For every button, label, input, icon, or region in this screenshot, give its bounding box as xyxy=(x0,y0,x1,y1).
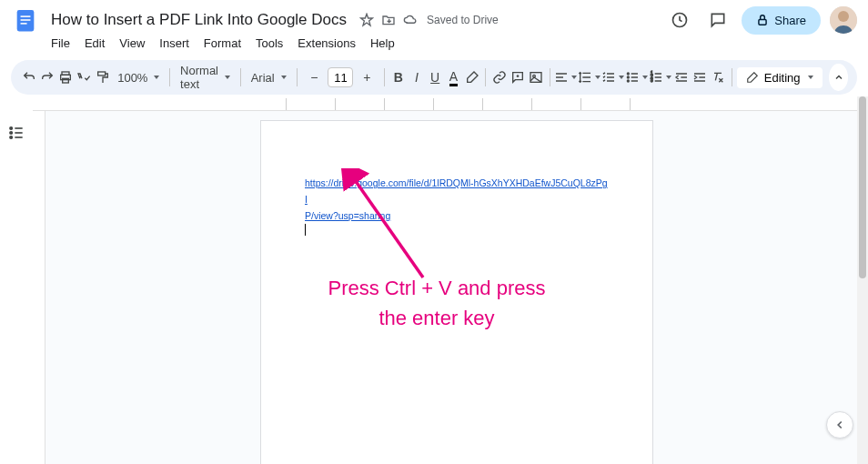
svg-text:3: 3 xyxy=(651,78,653,83)
menu-edit[interactable]: Edit xyxy=(77,35,112,56)
menu-file[interactable]: File xyxy=(44,35,77,56)
paint-format-button[interactable] xyxy=(94,65,111,90)
svg-rect-3 xyxy=(21,23,27,25)
redo-button[interactable] xyxy=(38,65,56,90)
underline-button[interactable]: U xyxy=(427,65,444,90)
svg-point-7 xyxy=(838,11,849,22)
horizontal-ruler[interactable] xyxy=(33,98,868,111)
clear-formatting-button[interactable] xyxy=(710,65,727,90)
svg-point-16 xyxy=(628,80,630,82)
font-dropdown[interactable]: Arial xyxy=(246,65,292,90)
line-spacing-button[interactable] xyxy=(578,65,601,90)
align-button[interactable] xyxy=(554,65,577,90)
zoom-dropdown[interactable]: 100% xyxy=(112,65,165,90)
menu-format[interactable]: Format xyxy=(197,35,248,56)
pasted-link[interactable]: https://drive.google.com/file/d/1lRDQMl-… xyxy=(305,177,608,221)
insert-link-button[interactable] xyxy=(490,65,508,90)
share-label: Share xyxy=(774,14,806,27)
vertical-scrollbar[interactable] xyxy=(857,96,868,464)
checklist-button[interactable] xyxy=(601,65,624,90)
toolbar: 100% Normal text Arial − + B I U A 123 E… xyxy=(11,60,857,95)
undo-button[interactable] xyxy=(20,65,37,90)
bulleted-list-button[interactable] xyxy=(625,65,648,90)
save-status: Saved to Drive xyxy=(427,14,499,26)
svg-point-15 xyxy=(628,76,630,78)
move-folder-icon[interactable] xyxy=(381,13,396,27)
document-canvas[interactable]: https://drive.google.com/file/d/1lRDQMl-… xyxy=(45,111,868,464)
bold-button[interactable]: B xyxy=(389,65,407,90)
menubar: File Edit View Insert Format Tools Exten… xyxy=(0,35,868,56)
share-button[interactable]: Share xyxy=(742,6,821,35)
comments-icon[interactable] xyxy=(703,5,732,35)
highlight-button[interactable] xyxy=(463,65,480,90)
insert-image-button[interactable] xyxy=(527,65,544,90)
vertical-ruler[interactable] xyxy=(33,111,45,464)
font-size-increase[interactable]: + xyxy=(354,65,379,90)
font-size-decrease[interactable]: − xyxy=(301,65,327,90)
account-avatar[interactable] xyxy=(830,6,857,34)
menu-insert[interactable]: Insert xyxy=(152,35,197,56)
cloud-saved-icon[interactable] xyxy=(403,13,418,27)
explore-button[interactable] xyxy=(826,411,853,439)
editing-mode-button[interactable]: Editing xyxy=(737,67,823,88)
docs-logo[interactable] xyxy=(11,5,40,35)
svg-point-14 xyxy=(628,73,630,75)
indent-increase-button[interactable] xyxy=(691,65,709,90)
svg-rect-5 xyxy=(759,19,766,25)
menu-extensions[interactable]: Extensions xyxy=(290,35,363,56)
spellcheck-button[interactable] xyxy=(76,65,93,90)
menu-help[interactable]: Help xyxy=(363,35,402,56)
text-cursor xyxy=(305,224,306,236)
svg-rect-11 xyxy=(97,72,105,76)
svg-rect-2 xyxy=(21,19,31,21)
italic-button[interactable]: I xyxy=(408,65,425,90)
star-icon[interactable] xyxy=(359,13,374,27)
text-color-button[interactable]: A xyxy=(445,65,462,90)
menu-view[interactable]: View xyxy=(112,35,152,56)
collapse-toolbar-button[interactable] xyxy=(829,64,848,91)
add-comment-button[interactable] xyxy=(509,65,526,90)
scrollbar-thumb[interactable] xyxy=(859,96,866,278)
svg-point-21 xyxy=(10,132,12,135)
indent-decrease-button[interactable] xyxy=(672,65,690,90)
font-size-input[interactable] xyxy=(328,67,353,87)
style-dropdown[interactable]: Normal text xyxy=(175,65,236,90)
svg-rect-1 xyxy=(21,15,31,17)
print-button[interactable] xyxy=(56,65,74,90)
outline-toggle-button[interactable] xyxy=(4,120,29,146)
numbered-list-button[interactable]: 123 xyxy=(649,65,671,90)
document-title[interactable]: How to Insert a PDF Link Into Google Doc… xyxy=(45,10,352,30)
svg-point-22 xyxy=(10,136,12,139)
menu-tools[interactable]: Tools xyxy=(248,35,290,56)
document-page[interactable]: https://drive.google.com/file/d/1lRDQMl-… xyxy=(260,120,653,464)
history-icon[interactable] xyxy=(665,5,694,35)
svg-point-20 xyxy=(10,127,12,130)
